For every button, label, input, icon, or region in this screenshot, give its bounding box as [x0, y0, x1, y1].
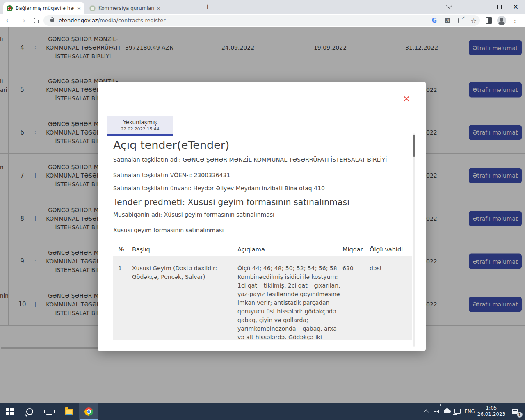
volume-icon[interactable] — [431, 403, 441, 420]
address-bar[interactable]: etender.gov.az/media/contracts-register … — [43, 15, 480, 26]
taskbar-search-button[interactable] — [20, 403, 39, 420]
screen: Bağlanmış müqavilə haqqında mə × Kommers… — [0, 0, 525, 420]
windows-taskbar: ENG 1:05 26.01.2023 1 — [0, 403, 525, 420]
back-icon[interactable]: ← — [2, 14, 15, 27]
windows-logo-icon — [6, 408, 14, 415]
start-button[interactable] — [0, 403, 20, 420]
col-unit: Ölçü vahidi — [370, 246, 403, 253]
item-quantity: 630 — [342, 264, 354, 273]
col-quantity: Miqdar — [342, 246, 363, 253]
status-tab-label: Yekunlaşmış — [107, 119, 173, 126]
items-table-header: № Başlıq Açıqlama Miqdar Ölçü vahidi — [113, 243, 412, 256]
modal-scrollbar-track[interactable] — [413, 133, 415, 347]
item-row: 1 Xususi Geyim (Dəstə daxildir: Gödəkçə,… — [113, 256, 412, 340]
etender-favicon — [7, 5, 13, 11]
url-text[interactable]: etender.gov.az/media/contracts-register — [59, 17, 166, 23]
network-icon[interactable] — [452, 403, 462, 420]
task-view-button[interactable] — [39, 403, 59, 420]
tab-title: Bağlanmış müqavilə haqqında mə — [16, 5, 74, 11]
tab-kommersiya[interactable]: Kommersiya qurumlarının dövlət × — [86, 2, 164, 14]
tab-contracts-register[interactable]: Bağlanmış müqavilə haqqında mə × — [3, 2, 84, 14]
forward-icon[interactable]: → — [16, 14, 29, 27]
date-text: 26.01.2023 — [477, 411, 506, 418]
browser-menu-icon[interactable]: ⋮ — [512, 16, 518, 24]
onedrive-cloud-icon[interactable] — [442, 403, 452, 420]
tray-show-hidden-icons[interactable] — [422, 403, 431, 420]
gov-favicon — [89, 5, 96, 11]
window-close-button[interactable]: × — [506, 0, 525, 13]
chrome-icon — [84, 407, 93, 416]
modal-close-icon[interactable] — [403, 95, 410, 103]
col-no: № — [118, 246, 124, 253]
status-tab-datetime: 22.02.2022 15:44 — [107, 126, 173, 131]
browser-tab-strip: Bağlanmış müqavilə haqqında mə × Kommers… — [0, 0, 525, 14]
competition-name-line: Musabiqənin adı: Xüsusi geyim formasının… — [113, 211, 274, 218]
col-description: Açıqlama — [237, 246, 265, 253]
tender-detail-modal: Yekunlaşmış 22.02.2022 15:44 Açıq tender… — [98, 82, 426, 351]
lock-icon[interactable] — [50, 19, 54, 22]
browser-toolbar: ← → etender.gov.az/media/contracts-regis… — [0, 14, 525, 27]
language-indicator[interactable]: ENG — [463, 403, 477, 420]
item-description: Ölçü 44; 46; 48; 50; 52; 54; 56; 58 Komb… — [237, 264, 341, 340]
lot-name-line: Xüsusi geyim formasının satınalınması — [113, 227, 224, 233]
reload-icon[interactable] — [30, 14, 43, 27]
address-line: Satınalan təşkilatın ünvanı: Heydər Əliy… — [113, 185, 325, 192]
org-name-line: Satınalan təşkilatın adı: GƏNCƏ ŞƏHƏR MƏ… — [113, 156, 387, 163]
voen-line: Satınalan təşkilatın VÖEN-i: 2300336431 — [113, 172, 231, 178]
translate-icon[interactable]: A — [442, 15, 453, 26]
page-viewport: lı :4GƏNCƏ ŞƏHƏR MƏNZİL-KOMMUNAL TƏSƏRRÜ… — [0, 27, 525, 403]
chrome-taskbar-button[interactable] — [79, 403, 98, 420]
search-icon — [26, 408, 33, 415]
modal-title: Açıq tender(eTender) — [113, 139, 229, 151]
side-panel-icon[interactable] — [486, 17, 492, 24]
notification-badge: 1 — [517, 412, 523, 418]
status-tab-yekunlasmis[interactable]: Yekunlaşmış 22.02.2022 15:44 — [107, 116, 173, 136]
window-minimize-button[interactable] — [465, 0, 484, 13]
taskbar-clock[interactable]: 1:05 26.01.2023 — [475, 403, 508, 420]
tab-divider — [165, 5, 165, 11]
tab-close-icon[interactable]: × — [156, 6, 161, 11]
time-text: 1:05 — [486, 405, 497, 411]
notification-center-button[interactable]: 1 — [507, 403, 523, 420]
tab-search-chevron-icon[interactable] — [441, 0, 459, 13]
folder-icon — [65, 409, 73, 415]
google-icon[interactable]: G — [429, 15, 440, 26]
tender-subject-heading: Tender predmeti: Xüsusi geyim formasının… — [113, 197, 349, 207]
share-icon[interactable] — [455, 15, 466, 26]
modal-scrollbar-thumb[interactable] — [413, 135, 415, 157]
profile-avatar[interactable] — [497, 16, 506, 25]
tab-title: Kommersiya qurumlarının dövlət — [98, 5, 154, 11]
file-explorer-button[interactable] — [59, 403, 79, 420]
task-view-icon — [46, 409, 52, 415]
item-title: Xususi Geyim (Dəstə daxildir: Gödəkçə, P… — [132, 264, 231, 281]
col-title: Başlıq — [132, 246, 150, 253]
item-no: 1 — [118, 264, 122, 273]
bookmark-star-icon[interactable]: ☆ — [468, 15, 479, 26]
item-unit: dəst — [370, 264, 382, 273]
new-tab-button[interactable]: + — [203, 2, 212, 12]
tab-close-icon[interactable]: × — [77, 6, 81, 11]
